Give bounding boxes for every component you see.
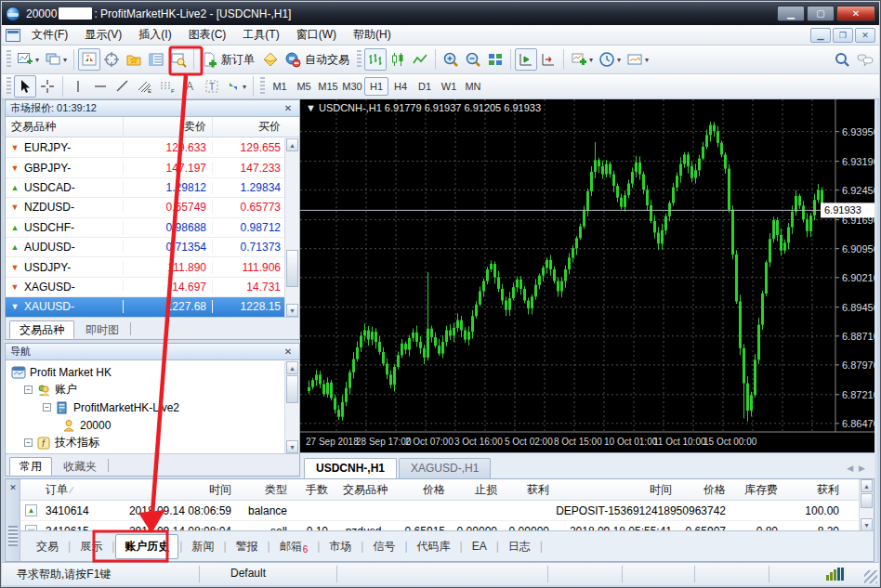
minimize-button[interactable]: ▁: [777, 6, 805, 21]
new-order-button[interactable]: 新订单: [198, 48, 259, 71]
scrollbar-thumb[interactable]: [286, 375, 298, 403]
menu-charts[interactable]: 图表(C): [181, 25, 234, 45]
chart-tab-usdcnh[interactable]: USDCNH-,H1: [304, 458, 397, 478]
column-close-price[interactable]: 价格: [677, 482, 730, 498]
tree-node-server[interactable]: − ProfitMarketHK-Live2: [6, 399, 284, 416]
tab-alerts[interactable]: 警报: [228, 535, 267, 558]
indicators-button[interactable]: ▾: [568, 48, 596, 71]
channel-button[interactable]: E: [134, 75, 156, 98]
column-tp[interactable]: 获利: [502, 482, 554, 498]
chart-tab-xagusd[interactable]: XAGUSD-,H1: [399, 458, 491, 478]
column-sl[interactable]: 止损: [450, 482, 502, 498]
text-label-button[interactable]: T: [201, 75, 223, 98]
menu-tools[interactable]: 工具(T): [235, 25, 286, 45]
arrows-button[interactable]: ▾: [223, 75, 249, 98]
symbol-row[interactable]: ▼USDJPY-111.890111.906: [6, 257, 286, 277]
timeframe-m1[interactable]: M1: [268, 77, 292, 96]
tree-node-account[interactable]: 20000: [6, 416, 284, 434]
column-symbol[interactable]: 交易品种: [6, 119, 123, 135]
tab-news[interactable]: 新闻: [183, 535, 222, 558]
fibonacci-button[interactable]: F: [156, 75, 178, 98]
toolbar-grip[interactable]: [7, 50, 11, 69]
resize-grip[interactable]: [864, 570, 877, 583]
symbol-row[interactable]: ▼GBPJPY-147.197147.233: [6, 158, 286, 177]
tree-node-indicators[interactable]: − f 技术指标: [6, 434, 284, 451]
timeframe-h1[interactable]: H1: [364, 77, 388, 96]
tab-journal[interactable]: 日志: [500, 535, 539, 558]
scroll-up-button[interactable]: ▲: [861, 479, 873, 492]
menu-view[interactable]: 显示(V): [77, 25, 129, 45]
tab-code-base[interactable]: 代码库: [409, 535, 459, 558]
menu-window[interactable]: 窗口(W): [289, 25, 344, 45]
column-profit[interactable]: 获利: [782, 482, 844, 498]
tab-favorites[interactable]: 收藏夹: [54, 457, 106, 476]
symbol-row[interactable]: ▼EURJPY-129.633129.655: [6, 138, 286, 158]
tab-market[interactable]: 市场: [321, 535, 360, 558]
market-watch-scrollbar[interactable]: ▲ ▼: [284, 138, 299, 317]
symbol-row[interactable]: ▼NZDUSD-0.657490.65773: [6, 198, 286, 217]
tab-trade[interactable]: 交易: [28, 535, 67, 558]
market-watch-toggle-button[interactable]: [78, 48, 100, 71]
toolbar-grip[interactable]: [7, 77, 11, 96]
tab-common[interactable]: 常用: [9, 457, 52, 476]
vertical-line-button[interactable]: [67, 75, 89, 98]
cursor-button[interactable]: [14, 75, 36, 98]
timeframe-m30[interactable]: M30: [340, 77, 364, 96]
column-lots[interactable]: 手数: [292, 482, 333, 498]
tab-scroll-right-icon[interactable]: ▶: [859, 464, 865, 473]
symbol-row[interactable]: ▼XAGUSD-14.69714.731: [6, 278, 286, 297]
price-chart[interactable]: 6.939506.931906.924506.916906.909506.902…: [300, 99, 874, 452]
auto-trading-button[interactable]: 自动交易: [282, 48, 354, 71]
symbol-row[interactable]: ▲AUDUSD-0.713540.71373: [6, 238, 286, 257]
metaeditor-button[interactable]: [259, 48, 282, 71]
scroll-up-button[interactable]: ▲: [286, 138, 298, 151]
zoom-in-button[interactable]: [440, 48, 462, 71]
new-chart-button[interactable]: ▾: [14, 48, 42, 71]
scroll-down-button[interactable]: ▼: [286, 440, 298, 453]
terminal-toggle-button[interactable]: [145, 48, 167, 71]
profiles-button[interactable]: ▾: [42, 48, 70, 71]
tile-windows-button[interactable]: [484, 48, 506, 71]
scroll-down-button[interactable]: ▼: [861, 518, 873, 531]
text-button[interactable]: A: [178, 75, 201, 98]
mdi-minimize-button[interactable]: ▁: [810, 28, 831, 43]
column-swap[interactable]: 库存费: [730, 482, 782, 498]
search-button[interactable]: [831, 48, 853, 71]
mdi-close-button[interactable]: ✕: [855, 28, 875, 43]
strategy-tester-button[interactable]: [167, 48, 190, 71]
scroll-down-button[interactable]: ▼: [286, 304, 298, 317]
scrollbar-thumb[interactable]: [286, 250, 298, 287]
scrollbar-thumb[interactable]: [861, 493, 873, 508]
menu-help[interactable]: 帮助(H): [346, 25, 399, 45]
close-button[interactable]: ✕: [836, 6, 875, 21]
tree-node-broker[interactable]: Profit Market HK: [6, 363, 284, 381]
column-symbol[interactable]: 交易品种: [333, 482, 398, 498]
column-order[interactable]: 订单 ∕: [41, 482, 113, 498]
timeframe-d1[interactable]: D1: [413, 77, 437, 96]
horizontal-line-button[interactable]: [89, 75, 112, 98]
tab-account-history[interactable]: 账户历史: [115, 534, 178, 559]
zoom-out-button[interactable]: [462, 48, 484, 71]
history-row-balance[interactable]: ▲ 3410614 2018.09.14 08:06:59 balance DE…: [20, 501, 859, 521]
auto-scroll-button[interactable]: [515, 48, 537, 71]
column-open-price[interactable]: 价格: [398, 482, 450, 498]
data-window-button[interactable]: [100, 48, 123, 71]
periods-button[interactable]: ▾: [596, 48, 624, 71]
timeframe-m15[interactable]: M15: [316, 77, 340, 96]
bar-chart-button[interactable]: [364, 48, 387, 71]
collapse-icon[interactable]: −: [43, 403, 51, 412]
panel-grip-icon[interactable]: [8, 526, 18, 546]
navigator-header[interactable]: 导航 ✕: [6, 344, 299, 360]
symbol-row[interactable]: ▲USDCAD-1.298121.29834: [6, 178, 286, 198]
menu-insert[interactable]: 插入(I): [131, 25, 178, 45]
column-bid[interactable]: 卖价: [123, 117, 212, 137]
symbol-row-selected[interactable]: ▼XAUUSD-1227.681228.15: [6, 297, 286, 317]
tab-exposure[interactable]: 展示: [72, 535, 111, 558]
timeframe-mn[interactable]: MN: [461, 77, 485, 96]
navigator-scrollbar[interactable]: ▲ ▼: [284, 361, 299, 453]
tree-node-accounts[interactable]: − 账户: [6, 381, 284, 399]
toolbar-grip[interactable]: [357, 50, 362, 69]
close-icon[interactable]: ✕: [282, 103, 295, 113]
trendline-button[interactable]: [112, 75, 134, 98]
status-profile[interactable]: Default: [230, 567, 266, 580]
